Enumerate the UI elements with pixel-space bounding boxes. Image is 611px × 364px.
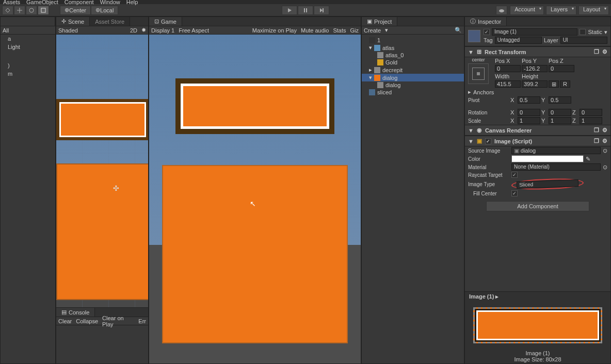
source-image-field[interactable]: ▣ dialog — [511, 147, 601, 154]
project-tab[interactable]: ▣Project — [362, 17, 397, 26]
gear-icon[interactable]: ⚙ — [602, 48, 607, 55]
game-tab[interactable]: ⊡Game — [149, 17, 182, 26]
aspect-dropdown[interactable]: Free Aspect — [179, 27, 209, 34]
anchor-preset-button[interactable] — [468, 63, 489, 84]
menu-assets[interactable]: Assets — [3, 0, 20, 5]
raycast-checkbox[interactable] — [511, 172, 518, 178]
gameobject-icon[interactable] — [468, 30, 480, 42]
static-checkbox[interactable] — [580, 29, 586, 35]
hand-tool-button[interactable] — [2, 6, 13, 15]
layer-dropdown[interactable]: UI — [560, 37, 607, 44]
pause-button[interactable] — [298, 6, 313, 15]
hierarchy-item[interactable]: Light — [1, 43, 55, 51]
menu-help[interactable]: Help — [126, 0, 138, 5]
tree-item[interactable]: Gold — [362, 59, 464, 66]
gizmos-toggle[interactable]: Giz — [350, 27, 359, 34]
help-icon[interactable]: ❐ — [594, 48, 599, 55]
asset-store-tab[interactable]: Asset Store — [90, 17, 130, 26]
svg-point-5 — [499, 9, 504, 12]
clear-on-play-toggle[interactable]: Clear on Play — [102, 315, 134, 327]
hierarchy-item[interactable]: a — [1, 35, 55, 43]
rot-y-field[interactable] — [549, 109, 571, 116]
rect-tool-button[interactable] — [38, 6, 49, 15]
menu-gameobject[interactable]: GameObject — [26, 0, 58, 5]
mute-toggle[interactable]: Mute audio — [301, 27, 329, 34]
scene-object[interactable] — [56, 163, 148, 300]
rot-x-field[interactable] — [518, 109, 540, 116]
material-field[interactable]: None (Material) — [511, 163, 601, 171]
tree-item[interactable]: ▾atlas — [362, 44, 464, 52]
hierarchy-item[interactable]: ) — [1, 61, 55, 70]
name-field[interactable]: Image (1) — [492, 28, 577, 36]
rotate-tool-button[interactable] — [26, 6, 37, 15]
search-icon[interactable]: 🔍 — [455, 27, 462, 34]
pivot-local-button[interactable]: ⊛ Local — [91, 6, 118, 15]
width-field[interactable] — [495, 80, 521, 88]
help-icon[interactable]: ❐ — [594, 127, 599, 134]
posz-field[interactable] — [549, 65, 574, 72]
tag-dropdown[interactable]: Untagged — [495, 37, 542, 44]
tree-item[interactable]: sliced — [362, 89, 464, 96]
help-icon[interactable]: ❐ — [594, 138, 599, 144]
shaded-dropdown[interactable]: Shaded — [58, 27, 78, 34]
posy-field[interactable] — [522, 65, 548, 72]
posx-field[interactable] — [495, 65, 521, 72]
tree-item[interactable]: dialog — [362, 81, 464, 89]
raw-edit-button[interactable]: R — [560, 80, 570, 88]
eyedropper-icon[interactable]: ✎ — [586, 156, 590, 162]
play-button[interactable] — [282, 6, 297, 15]
image-script-header[interactable]: ▼▣Image (Script) ❐⚙ — [465, 136, 610, 146]
image-type-dropdown[interactable]: Sliced — [517, 179, 578, 189]
rect-transform-header[interactable]: ▼⊞Rect Transform ❐⚙ — [465, 46, 610, 57]
pivot-x-field[interactable] — [518, 96, 540, 104]
hierarchy-item[interactable]: m — [1, 70, 55, 78]
2d-toggle[interactable]: 2D — [130, 27, 137, 34]
layout-dropdown[interactable]: Layout — [578, 6, 609, 15]
tree-item[interactable]: atlas_0 — [362, 52, 464, 59]
layers-dropdown[interactable]: Layers — [546, 6, 576, 15]
error-pause-toggle[interactable]: Err — [138, 318, 146, 324]
color-field[interactable] — [511, 155, 584, 162]
scale-y-field[interactable] — [549, 117, 571, 124]
light-toggle[interactable]: ✸ — [141, 27, 146, 34]
blueprint-button[interactable]: ⊞ — [549, 80, 559, 88]
hierarchy-tab[interactable] — [1, 17, 55, 26]
add-component-button[interactable]: Add Component — [486, 201, 589, 211]
tree-item[interactable]: ▾dialog — [362, 74, 464, 81]
tree-item[interactable]: 1 — [362, 37, 464, 44]
fill-center-checkbox[interactable] — [511, 190, 518, 196]
maximize-toggle[interactable]: Maximize on Play — [252, 27, 297, 34]
image-enabled-checkbox[interactable] — [485, 138, 491, 144]
pivot-center-button[interactable]: ⊕ Center — [60, 6, 91, 15]
scene-object[interactable] — [56, 99, 148, 140]
move-gizmo-icon[interactable]: ✣ — [113, 184, 119, 192]
rot-z-field[interactable] — [580, 109, 602, 116]
display-dropdown[interactable]: Display 1 — [151, 27, 174, 34]
step-button[interactable] — [314, 6, 329, 15]
collapse-toggle[interactable]: Collapse — [76, 318, 98, 324]
gear-icon[interactable]: ⚙ — [602, 127, 607, 134]
object-picker-icon[interactable]: ⊙ — [603, 164, 607, 171]
gear-icon[interactable]: ⚙ — [602, 138, 607, 144]
tree-item[interactable]: ▸decrepit — [362, 66, 464, 74]
menu-window[interactable]: Window — [100, 0, 120, 5]
console-tab[interactable]: ▤Console — [56, 308, 95, 317]
cloud-button[interactable] — [496, 6, 507, 15]
scale-x-field[interactable] — [518, 117, 540, 124]
object-picker-icon[interactable]: ⊙ — [603, 147, 607, 154]
inspector-tab[interactable]: ⓘInspector — [465, 17, 507, 26]
clear-button[interactable]: Clear — [58, 318, 72, 324]
scene-tab[interactable]: ✢Scene — [56, 17, 90, 26]
anchors-label[interactable]: Anchors — [473, 89, 494, 95]
height-field[interactable] — [522, 80, 548, 88]
account-dropdown[interactable]: Account — [510, 6, 544, 15]
canvas-renderer-header[interactable]: ▼◉Canvas Renderer ❐⚙ — [465, 125, 610, 136]
active-checkbox[interactable] — [484, 29, 490, 35]
stats-toggle[interactable]: Stats — [333, 27, 346, 34]
pivot-y-field[interactable] — [549, 96, 571, 104]
create-dropdown[interactable]: Create — [364, 27, 381, 34]
hierarchy-filter[interactable]: All — [3, 27, 9, 34]
move-tool-button[interactable] — [14, 6, 25, 15]
scale-z-field[interactable] — [580, 117, 602, 124]
menu-component[interactable]: Component — [65, 0, 94, 5]
